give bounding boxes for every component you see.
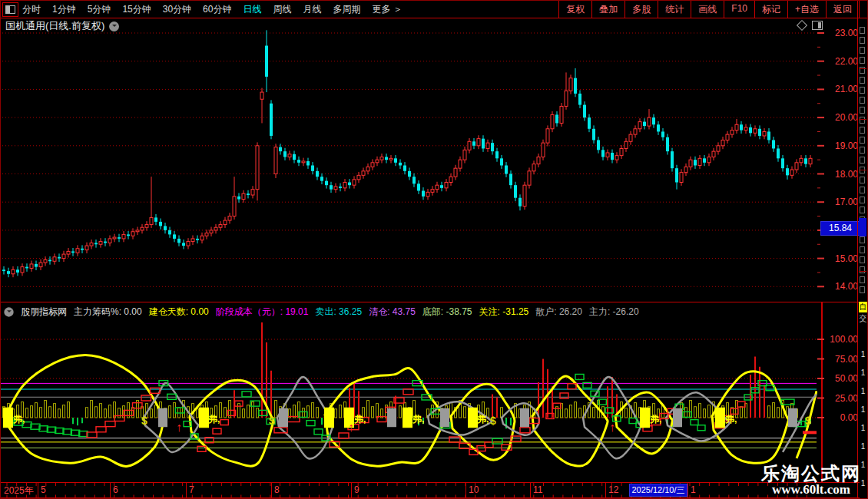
timeline-month-label: 6 xyxy=(113,484,118,495)
strip-tab[interactable]: 交 xyxy=(859,313,867,324)
svg-text:弗,: 弗, xyxy=(353,414,366,425)
strip-glyph xyxy=(860,57,865,64)
indicator-field: 建仓天数: 0.00 xyxy=(149,306,209,319)
strip-tab-active[interactable]: 自 xyxy=(859,302,867,312)
tool-button-+自选[interactable]: +自选 xyxy=(788,1,827,18)
svg-text:弗,: 弗, xyxy=(649,414,661,425)
period-item-更多 ＞[interactable]: 更多 ＞ xyxy=(372,3,402,16)
svg-text:弗,: 弗, xyxy=(724,414,737,425)
strip-divider xyxy=(859,68,866,69)
tool-button-返回[interactable]: 返回 xyxy=(827,1,860,18)
tool-button-多股[interactable]: 多股 xyxy=(625,1,658,18)
indicator-field: 主力: -26.20 xyxy=(589,306,639,319)
timeline-month-label: 5 xyxy=(41,484,46,495)
timeline-year-label: 2025年 xyxy=(4,484,34,497)
svg-text:↑: ↑ xyxy=(609,421,615,434)
period-item-5分钟[interactable]: 5分钟 xyxy=(88,3,111,16)
page-title: 国机通用(日线.前复权) xyxy=(5,19,104,33)
svg-text:弗,: 弗, xyxy=(12,414,25,425)
strip-glyph xyxy=(860,207,865,213)
period-item-多周期[interactable]: 多周期 xyxy=(333,3,360,16)
period-item-月线[interactable]: 月线 xyxy=(303,3,321,16)
timeline-bar: 2025年 2025/12/10/三 567891011121 xyxy=(1,483,860,497)
tool-button-画线[interactable]: 画线 xyxy=(691,1,724,18)
strip-glyph xyxy=(860,187,865,193)
system-menu-icon[interactable] xyxy=(2,2,18,17)
strip-glyph xyxy=(860,127,865,134)
strip-digit: 1 xyxy=(859,405,867,414)
indicator-header: 股朋指标网 主力筹码%: 0.00建仓天数: 0.00阶段成本（元）: 19.0… xyxy=(4,306,639,318)
timeline-month-label: 7 xyxy=(189,484,194,495)
strip-glyph xyxy=(860,286,865,293)
chevron-down-icon[interactable] xyxy=(4,307,13,316)
chevron-down-icon[interactable] xyxy=(109,21,119,31)
period-menu: 分时1分钟5分钟15分钟30分钟60分钟日线周线月线多周期更多 ＞ xyxy=(22,1,403,18)
price-axis-label: 14.00 xyxy=(821,281,858,292)
right-edge-strip: 自交11111111 xyxy=(857,1,867,499)
price-axis-label: 15.00 xyxy=(821,253,858,264)
timeline-divider xyxy=(110,483,111,497)
strip-digit: 1 xyxy=(859,368,867,377)
indicator-source-label: 股朋指标网 xyxy=(21,306,67,319)
period-item-分时[interactable]: 分时 xyxy=(22,3,41,16)
strip-glyph xyxy=(860,157,865,164)
strip-digit: 1 xyxy=(859,350,867,359)
strip-divider xyxy=(859,170,866,170)
price-axis-label: 17.00 xyxy=(821,197,858,207)
strip-digit: 1 xyxy=(859,387,867,395)
strip-glyph xyxy=(860,256,865,263)
strip-glyph xyxy=(860,236,865,243)
tdx-window: 弗,弗,弗,弗,弗,弗,弗,$$$$↑↑↑ 分时1分钟5分钟15分钟30分钟60… xyxy=(0,0,868,499)
indicator-axis-label: 50.00 xyxy=(821,373,858,384)
period-item-15分钟[interactable]: 15分钟 xyxy=(122,3,151,16)
split-window-icon xyxy=(5,5,15,14)
strip-glyph xyxy=(860,97,865,104)
tool-button-统计[interactable]: 统计 xyxy=(658,1,691,18)
indicator-field: 清仓: 43.75 xyxy=(369,306,416,319)
period-item-60分钟[interactable]: 60分钟 xyxy=(203,3,231,16)
timeline-month-label: 12 xyxy=(608,484,618,495)
chart-canvas: 弗,弗,弗,弗,弗,弗,弗,$$$$↑↑↑ xyxy=(1,1,868,499)
timeline-divider xyxy=(351,483,352,497)
price-axis-label: 19.00 xyxy=(821,140,858,151)
indicator-field: 底部: -38.75 xyxy=(422,306,472,319)
tool-button-叠加[interactable]: 叠加 xyxy=(592,1,625,18)
cursor-date-badge: 2025/12/10/三 xyxy=(629,484,687,497)
indicator-axis-label: 75.00 xyxy=(821,354,858,365)
strip-glyph xyxy=(860,197,865,203)
price-axis-label: 23.00 xyxy=(821,28,858,38)
timeline-month-label: 8 xyxy=(274,484,280,495)
strip-glyph xyxy=(860,117,865,124)
chart-title-row: 国机通用(日线.前复权) xyxy=(5,20,119,32)
tools-menu: 复权叠加多股统计画线F10标记+自选返回 xyxy=(558,1,860,18)
indicator-field: 主力筹码%: 0.00 xyxy=(74,306,142,319)
strip-glyph xyxy=(860,47,865,54)
period-item-30分钟[interactable]: 30分钟 xyxy=(163,3,191,16)
tool-button-标记[interactable]: 标记 xyxy=(755,1,788,18)
svg-text:↑: ↑ xyxy=(176,421,182,434)
strip-glyph xyxy=(860,266,865,273)
strip-glyph xyxy=(860,87,865,94)
strip-digit: 1 xyxy=(859,442,867,451)
timeline-divider xyxy=(465,483,466,497)
indicator-field: 散户: 26.20 xyxy=(535,306,582,319)
tool-button-复权[interactable]: 复权 xyxy=(559,1,592,18)
period-item-1分钟[interactable]: 1分钟 xyxy=(52,3,76,16)
timeline-divider xyxy=(38,483,38,497)
period-toolbar: 分时1分钟5分钟15分钟30分钟60分钟日线周线月线多周期更多 ＞ 复权叠加多股… xyxy=(1,1,868,18)
tool-button-F10[interactable]: F10 xyxy=(724,1,755,18)
timeline-month-label: 11 xyxy=(533,484,542,495)
indicator-axis-label: 0.00 xyxy=(821,412,858,423)
strip-divider xyxy=(859,119,866,120)
strip-digit: 1 xyxy=(859,424,867,432)
svg-text:弗,: 弗, xyxy=(412,414,424,425)
timeline-month-label: 1 xyxy=(691,484,696,495)
timeline-divider xyxy=(186,483,187,497)
diamond-icon[interactable] xyxy=(797,20,807,31)
strip-glyph xyxy=(860,177,865,183)
period-item-日线[interactable]: 日线 xyxy=(243,3,261,16)
timeline-month-label: 9 xyxy=(354,484,359,495)
timeline-divider xyxy=(530,483,531,497)
timeline-month-label: 10 xyxy=(469,484,479,495)
period-item-周线[interactable]: 周线 xyxy=(273,3,291,16)
